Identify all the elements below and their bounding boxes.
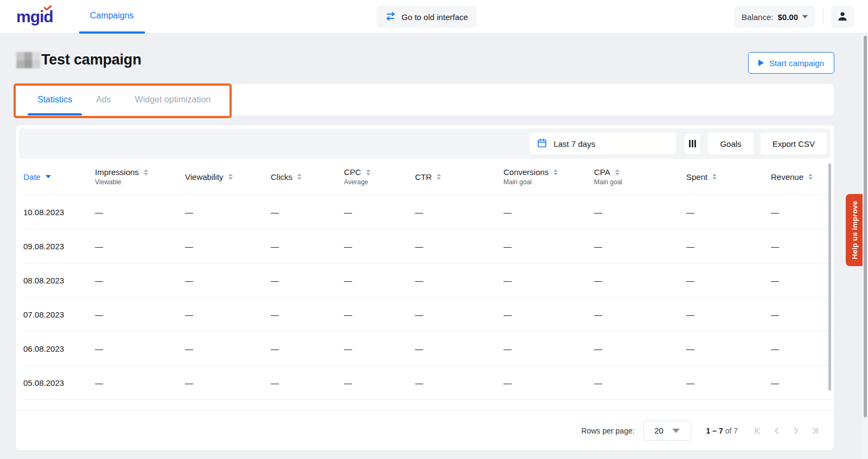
column-header-conversions[interactable]: ConversionsMain goal: [503, 167, 594, 186]
metric-cell: —: [344, 242, 415, 251]
sort-toggle-icon[interactable]: [615, 169, 620, 176]
metric-cell: —: [503, 310, 594, 319]
balance-value: $0.00: [777, 12, 798, 22]
metric-cell: —: [185, 276, 271, 285]
tab-statistics-label: Statistics: [37, 95, 72, 105]
column-header-viewability[interactable]: Viewability: [185, 172, 271, 182]
column-subheader: Viewable: [95, 178, 185, 186]
metric-cell: —: [271, 242, 344, 251]
sort-toggle-icon[interactable]: [144, 169, 148, 176]
column-header-cpa[interactable]: CPAMain goal: [594, 167, 686, 186]
balance-dropdown[interactable]: Balance: $0.00: [734, 6, 815, 28]
metric-cell: —: [594, 242, 686, 251]
date-cell: 08.08.2023: [23, 276, 95, 285]
sort-toggle-icon[interactable]: [297, 173, 302, 180]
tab-widget-optimization[interactable]: Widget optimization: [123, 84, 223, 115]
metric-cell: —: [594, 310, 686, 319]
table-row-partial: [23, 399, 833, 409]
nav-tab-campaigns-label: Campaigns: [90, 11, 134, 21]
tab-statistics[interactable]: Statistics: [25, 84, 84, 115]
date-cell: 09.08.2023: [23, 242, 95, 251]
sort-toggle-icon[interactable]: [808, 173, 813, 180]
metric-cell: —: [686, 242, 771, 251]
column-header-spent[interactable]: Spent: [686, 172, 771, 182]
column-header-impressions[interactable]: ImpressionsViewable: [95, 167, 185, 186]
sort-toggle-icon[interactable]: [366, 169, 371, 176]
sort-desc-icon[interactable]: [46, 175, 51, 178]
column-subheader: Average: [344, 178, 415, 186]
sort-toggle-icon[interactable]: [553, 169, 558, 176]
statistics-panel: Last 7 days Goals Export CSV DateImpress…: [16, 125, 834, 450]
last-page-icon[interactable]: [809, 425, 821, 437]
go-to-old-interface-button[interactable]: Go to old interface: [376, 6, 477, 28]
metric-cell: —: [415, 378, 503, 387]
metric-cell: —: [771, 276, 833, 285]
sort-toggle-icon[interactable]: [712, 173, 717, 180]
columns-settings-button[interactable]: [684, 133, 701, 154]
metric-cell: —: [95, 276, 185, 285]
metric-cell: —: [344, 208, 415, 217]
column-label: CTR: [415, 172, 432, 182]
table-scrollbar[interactable]: [828, 163, 831, 391]
metric-cell: —: [503, 208, 594, 217]
metric-cell: —: [415, 310, 503, 319]
calendar-icon: [537, 138, 547, 150]
mgid-campaign-page: mgid Campaigns Go to old interface Balan…: [0, 0, 868, 459]
goals-button[interactable]: Goals: [708, 133, 753, 154]
table-row: 05.08.2023—————————: [23, 365, 833, 399]
metric-cell: —: [503, 242, 594, 251]
column-header-cpc[interactable]: CPCAverage: [344, 167, 415, 186]
date-cell: 07.08.2023: [23, 310, 95, 319]
column-subheader: Main goal: [594, 178, 686, 186]
metric-cell: —: [271, 344, 344, 353]
metric-cell: —: [686, 208, 771, 217]
user-profile-button[interactable]: [831, 6, 854, 28]
next-page-icon[interactable]: [790, 425, 802, 437]
column-header-ctr[interactable]: CTR: [415, 172, 503, 182]
table-footer: Rows per page: 20 1 – 7 of 7: [16, 410, 834, 450]
metric-cell: —: [95, 242, 185, 251]
metric-cell: —: [415, 242, 503, 251]
metric-cell: —: [686, 310, 771, 319]
date-cell: 06.08.2023: [23, 344, 95, 353]
tab-ads[interactable]: Ads: [84, 84, 123, 115]
column-header-revenue[interactable]: Revenue: [771, 172, 833, 182]
metric-cell: —: [95, 378, 185, 387]
column-header-clicks[interactable]: Clicks: [271, 172, 344, 182]
column-label: CPA: [594, 167, 610, 177]
help-us-improve-label: Help us improve: [851, 201, 859, 259]
column-label: CPC: [344, 167, 361, 177]
metric-cell: —: [344, 276, 415, 285]
metric-cell: —: [503, 378, 594, 387]
nav-divider: [823, 9, 824, 25]
columns-icon: [689, 140, 691, 147]
help-us-improve-tab[interactable]: Help us improve: [846, 194, 864, 266]
column-header-date[interactable]: Date: [23, 172, 95, 182]
mgid-logo[interactable]: mgid: [16, 8, 53, 26]
sort-toggle-icon[interactable]: [228, 173, 233, 180]
page-scrollbar[interactable]: [864, 36, 867, 417]
start-campaign-button[interactable]: Start campaign: [748, 52, 834, 74]
top-navigation: mgid Campaigns Go to old interface Balan…: [0, 0, 868, 34]
nav-tab-campaigns[interactable]: Campaigns: [79, 0, 145, 34]
table-body: 10.08.2023—————————09.08.2023—————————08…: [23, 195, 833, 399]
column-label: Conversions: [503, 167, 548, 177]
date-range-picker[interactable]: Last 7 days: [529, 133, 676, 154]
pagination-range: 1 – 7 of 7: [706, 426, 738, 435]
page-title: Test campaign: [41, 51, 141, 68]
rows-per-page-select[interactable]: 20: [643, 421, 691, 441]
metric-cell: —: [185, 310, 271, 319]
metric-cell: —: [415, 276, 503, 285]
metric-cell: —: [594, 344, 686, 353]
metric-cell: —: [771, 208, 833, 217]
sort-toggle-icon[interactable]: [437, 173, 441, 180]
play-icon: [758, 60, 764, 66]
rows-per-page-label: Rows per page:: [582, 426, 635, 435]
export-csv-button[interactable]: Export CSV: [761, 133, 827, 154]
first-page-icon[interactable]: [752, 425, 764, 437]
previous-page-icon[interactable]: [771, 425, 783, 437]
column-label: Clicks: [271, 172, 292, 182]
metric-cell: —: [271, 208, 344, 217]
metric-cell: —: [271, 276, 344, 285]
column-label: Revenue: [771, 172, 803, 182]
